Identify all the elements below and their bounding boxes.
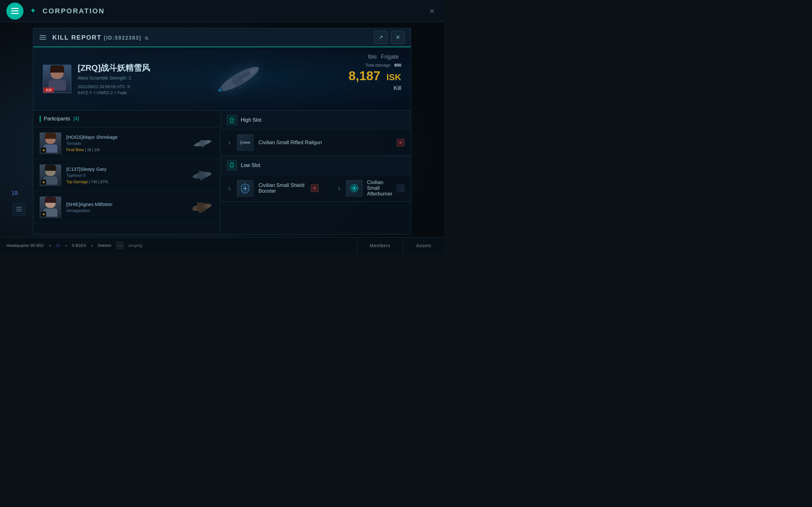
content-area: Participants [4] ★ <box>33 111 411 234</box>
participant-1-ship: Tornado <box>66 141 187 146</box>
ship-svg <box>201 54 277 104</box>
high-slot-icon <box>227 115 237 125</box>
corp-icon-2: ★ <box>41 179 46 185</box>
nav-sep1: ◄ <box>64 243 68 248</box>
participant-1-avatar: ★ <box>40 132 61 154</box>
participant-3-details: [SHIE]Agnes Milfstein Armageddon <box>66 202 187 213</box>
main-panel: KILL REPORT [ID:5922383] ⧉ ↗ ✕ Kill <box>33 28 411 234</box>
participant-3-name: [SHIE]Agnes Milfstein <box>66 202 187 207</box>
svg-rect-26 <box>248 142 250 143</box>
shield-booster-name: Civilian Small Shield Booster <box>258 182 306 194</box>
shield-booster-icon <box>237 180 253 196</box>
copy-icon[interactable]: ⧉ <box>145 36 149 41</box>
railgun-icon <box>237 134 253 151</box>
bottom-nav: Headquarter 85-B52 ◄ 18 ◄ S-B1E4 ◄ Dekle… <box>0 242 357 249</box>
low-slot-title: Low Slot <box>241 163 260 168</box>
corp-icon-1: ★ <box>41 147 46 153</box>
dock-button[interactable]: ▭ <box>116 242 123 249</box>
railgun-name: Civilian Small Rifled Railgun <box>258 140 392 146</box>
participant-1-blow: Final Blow | 16 | 1% <box>66 148 187 152</box>
participant-3-avatar: ★ <box>40 196 61 218</box>
isk-value: 8,187 ISK <box>349 69 401 83</box>
kill-type-badge: Kill <box>44 88 54 93</box>
victim-avatar: Kill <box>43 65 71 93</box>
participant-2-blow: Top Damage | 740 | 87% <box>66 180 187 184</box>
high-slot-section: High Slot 1 Civilian Small Ri <box>220 111 411 156</box>
equipment-row[interactable]: 1 Civilian Small Rifled Railgun ✕ <box>220 130 411 156</box>
corp-icon-3: ★ <box>41 211 46 217</box>
participant-1-name: [HOGS]Major Shrinkage <box>66 134 187 140</box>
participant-item[interactable]: ★ [C137]Sleepy Gary Typhoon II Top Damag… <box>33 159 220 191</box>
participant-item[interactable]: ★ [HOGS]Major Shrinkage Tornado Final Bl… <box>33 127 220 159</box>
destroy-icon: ✕ <box>397 139 404 147</box>
item-count-shield: 1 <box>227 186 232 191</box>
participant-1-details: [HOGS]Major Shrinkage Tornado Final Blow… <box>66 134 187 152</box>
participant-2-name: [C137]Sleepy Gary <box>66 166 187 172</box>
kill-stats: Ibis Frigate Total damage: 850 8,187 ISK… <box>349 54 401 92</box>
nav-number-badge: 18 <box>55 243 60 248</box>
avatar-hair <box>50 65 64 72</box>
panel-close-button[interactable]: ✕ <box>391 31 404 44</box>
destroy-icon-shield: ✕ <box>311 184 318 192</box>
svg-marker-23 <box>230 118 234 123</box>
equipment-row[interactable]: 1 Civilian Small Shield Booster ✕ 1 <box>220 175 411 202</box>
participants-panel: Participants [4] ★ <box>33 111 220 234</box>
participants-title: Participants <box>44 116 70 122</box>
jump-status: Jumping <box>128 243 142 248</box>
low-slot-header: Low Slot <box>220 156 411 175</box>
equipment-panel: High Slot 1 Civilian Small Ri <box>220 111 411 234</box>
participants-title-bar <box>40 116 41 122</box>
participant-2-ship: Typhoon II <box>66 173 187 178</box>
corp-logo: ✦ CORPORATION <box>30 6 105 16</box>
participants-header: Participants [4] <box>33 111 220 127</box>
participant-2-avatar: ★ <box>40 164 61 186</box>
panel-header: KILL REPORT [ID:5922383] ⧉ ↗ ✕ <box>33 28 411 47</box>
members-tab[interactable]: Members <box>357 237 403 254</box>
loc1-label: S-B1E4 <box>72 243 86 248</box>
avatar-head <box>51 66 63 79</box>
damage-label: Total damage: 850 <box>349 63 401 67</box>
side-menu-button[interactable] <box>13 203 26 216</box>
low-slot-section: Low Slot 1 Civilian Small Shield Booster <box>220 156 411 202</box>
result-label: Kill <box>349 85 401 92</box>
kill-header: Kill [ZRQ]战斗妖精雪风 Warp Scramble Strength:… <box>33 47 411 111</box>
low-slot-icon <box>227 160 237 170</box>
headquarter-label: Headquarter 85-B52 <box>6 243 44 248</box>
corp-star-icon: ✦ <box>30 6 39 16</box>
corp-title: CORPORATION <box>43 7 105 15</box>
participant-item[interactable]: ★ [SHIE]Agnes Milfstein Armageddon <box>33 191 220 223</box>
svg-point-34 <box>353 187 355 189</box>
participants-count: [4] <box>73 116 79 122</box>
top-bar: ✦ CORPORATION × <box>0 0 444 22</box>
participant-2-details: [C137]Sleepy Gary Typhoon II Top Damage … <box>66 166 187 184</box>
panel-actions: ↗ ✕ <box>374 31 404 44</box>
ship-class: Ibis Frigate <box>349 54 401 60</box>
participant-1-ship-icon <box>192 135 214 151</box>
location-number: 18 <box>11 190 18 196</box>
bottom-actions: Members Assets <box>357 237 444 254</box>
bottom-bar: Headquarter 85-B52 ◄ 18 ◄ S-B1E4 ◄ Dekle… <box>0 237 444 253</box>
panel-title: KILL REPORT [ID:5922383] ⧉ <box>52 34 149 41</box>
high-slot-header: High Slot <box>220 111 411 130</box>
assets-tab[interactable]: Assets <box>403 237 444 254</box>
participant-3-ship-icon <box>192 199 214 215</box>
item-count: 1 <box>227 140 232 145</box>
nav-number: ◄ <box>48 243 52 248</box>
svg-point-27 <box>241 142 243 144</box>
afterburner-name: Civilian Small Afterburner <box>367 180 392 197</box>
loc2-label: Deklein <box>98 243 111 248</box>
high-slot-title: High Slot <box>241 117 261 123</box>
svg-marker-29 <box>230 163 234 168</box>
nav-sep2: ◄ <box>90 243 94 248</box>
top-close-button[interactable]: × <box>426 5 438 17</box>
drop-icon: ◁ <box>397 184 404 192</box>
participant-3-ship: Armageddon <box>66 208 187 213</box>
main-menu-button[interactable] <box>6 3 23 20</box>
ship-display <box>195 50 284 107</box>
panel-menu-button[interactable] <box>40 35 46 40</box>
item-count-ab: 1 <box>337 186 342 191</box>
participant-2-ship-icon <box>192 167 214 183</box>
export-button[interactable]: ↗ <box>374 31 387 44</box>
afterburner-icon <box>346 180 362 196</box>
